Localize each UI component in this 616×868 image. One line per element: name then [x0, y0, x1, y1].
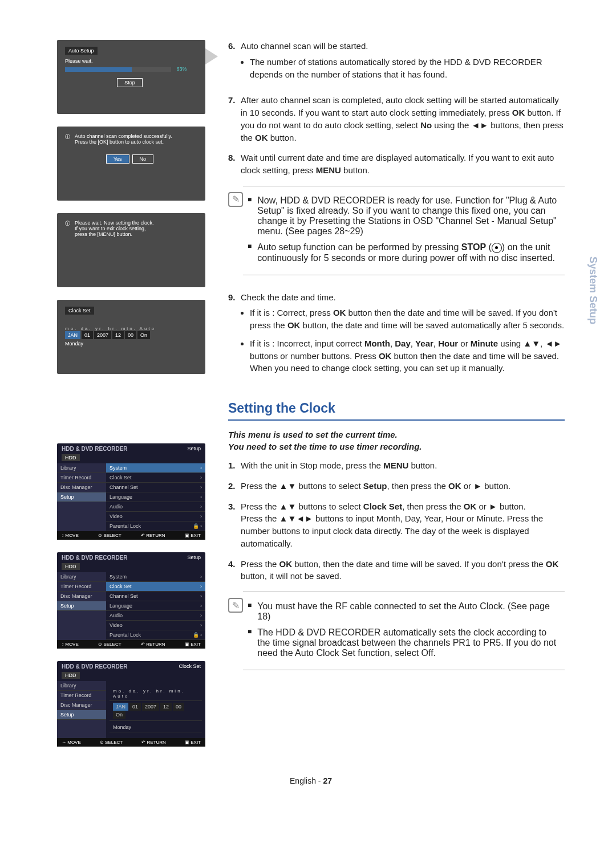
menu-left-disc[interactable]: Disc Manager	[57, 483, 106, 492]
step-num-c3: 3.	[228, 500, 241, 550]
clock-minute[interactable]: 00	[173, 703, 184, 711]
info-icon: ⓘ	[65, 133, 70, 141]
clock-hour[interactable]: 12	[160, 703, 172, 711]
menu-clockset[interactable]: Clock Set›	[106, 473, 205, 483]
step-9-text: Check the date and time.	[241, 292, 336, 302]
step-num-c2: 2.	[228, 480, 241, 492]
menu-system[interactable]: System›	[106, 463, 205, 473]
step-num-7: 7.	[228, 94, 241, 144]
menu-screen-2: HDD & DVD RECORDERSetup HDD Library Time…	[57, 552, 205, 649]
menu-right-panel: System› Clock Set› Channel Set› Language…	[106, 463, 205, 531]
screen-clock-set: Clock Set mo. da. yr. hr. min. Auto JAN0…	[57, 300, 205, 374]
menu-header: HDD & DVD RECORDER	[62, 663, 128, 670]
menu-left-library[interactable]: Library	[57, 463, 106, 473]
foot-select: ⊙ SELECT	[100, 740, 123, 745]
menu-breadcrumb: Setup	[187, 446, 201, 452]
clock-hour[interactable]: 12	[112, 331, 124, 339]
step-num-c1: 1.	[228, 459, 241, 472]
callout-2-item-1: You must have the RF cable connected to …	[257, 601, 560, 622]
note-icon: ✎	[228, 598, 243, 613]
clock-auto[interactable]: On	[113, 711, 125, 719]
menu-left-panel: Library Timer Record Disc Manager Setup	[57, 463, 106, 531]
clock-step-3: Press the ▲▼ buttons to select Clock Set…	[241, 500, 565, 550]
clock-auto[interactable]: On	[137, 331, 150, 339]
foot-return: ↶ RETURN	[141, 740, 166, 745]
menu-channelset[interactable]: Channel Set›	[106, 483, 205, 492]
clock-month[interactable]: JAN	[113, 703, 128, 711]
menu-left-panel: Library Timer Record Disc Manager Setup	[57, 572, 106, 640]
menu-right-panel: System› Clock Set› Channel Set› Language…	[106, 572, 205, 640]
screen-message: Please wait.	[65, 58, 197, 64]
menu-audio[interactable]: Audio›	[106, 502, 205, 512]
menu-parental[interactable]: Parental Lock🔒 ›	[106, 630, 205, 640]
setting-clock-line1: Please wait. Now setting the clock.	[75, 220, 154, 226]
stop-button[interactable]: Stop	[117, 78, 143, 87]
left-screenshots-column: Auto Setup Please wait. 63% Stop ⓘAuto c…	[57, 40, 205, 759]
foot-return: ↶ RETURN	[141, 642, 165, 647]
yes-button[interactable]: Yes	[106, 154, 129, 164]
stop-icon	[492, 243, 502, 253]
clock-day[interactable]: 01	[82, 331, 93, 339]
callout-1-item-2: Auto setup function can be performed by …	[257, 242, 560, 263]
foot-exit: ▣ EXIT	[185, 533, 201, 538]
callout-2-item-2: The HDD & DVD RECORDER automatically set…	[257, 627, 560, 658]
screen-title: Auto Setup	[65, 47, 98, 55]
clock-labels: mo. da. yr. hr. min. Auto	[65, 326, 197, 331]
callout-2: ✎ You must have the RF cable connected t…	[243, 592, 565, 670]
foot-select: ⊙ SELECT	[98, 642, 121, 647]
menu-parental[interactable]: Parental Lock🔒 ›	[106, 521, 205, 531]
clock-weekday: Monday	[110, 723, 202, 732]
menu-left-panel: Library Timer Record Disc Manager Setup	[57, 681, 106, 738]
progress-percent: 63%	[177, 66, 187, 72]
page-footer: English - 27	[57, 776, 565, 785]
menu-clockset[interactable]: Clock Set›	[106, 582, 205, 592]
menu-screen-3: HDD & DVD RECORDERClock Set HDD Library …	[57, 661, 205, 747]
clock-minute[interactable]: 00	[125, 331, 136, 339]
clock-month[interactable]: JAN	[65, 331, 80, 339]
menu-left-setup[interactable]: Setup	[57, 492, 106, 502]
menu-channelset[interactable]: Channel Set›	[106, 592, 205, 601]
clock-year[interactable]: 2007	[142, 703, 159, 711]
menu-left-library[interactable]: Library	[57, 681, 106, 691]
menu-breadcrumb: Setup	[187, 555, 201, 561]
menu-left-library[interactable]: Library	[57, 572, 106, 582]
menu-system[interactable]: System›	[106, 572, 205, 582]
step-num-9: 9.	[228, 291, 241, 381]
screen-scan-complete: ⓘAuto channel scan completed successfull…	[57, 127, 205, 201]
menu-left-setup[interactable]: Setup	[57, 710, 106, 720]
callout-1-item-1: Now, HDD & DVD RECORDER is ready for use…	[257, 195, 560, 237]
clock-step-4: Press the OK button, then the date and t…	[241, 558, 565, 583]
menu-language[interactable]: Language›	[106, 601, 205, 611]
menu-audio[interactable]: Audio›	[106, 611, 205, 621]
clock-year[interactable]: 2007	[94, 331, 111, 339]
clock-day[interactable]: 01	[129, 703, 141, 711]
foot-exit: ▣ EXIT	[185, 740, 201, 745]
menu-video[interactable]: Video›	[106, 512, 205, 521]
step-8-text: Wait until current date and time are dis…	[241, 152, 565, 177]
step-num-6: 6.	[228, 40, 241, 86]
arrow-right-icon	[205, 48, 218, 64]
menu-language[interactable]: Language›	[106, 492, 205, 502]
clock-labels: mo. da. yr. hr. min. Auto	[110, 687, 202, 701]
step-num-c4: 4.	[228, 558, 241, 583]
heading-setting-clock: Setting the Clock	[228, 401, 565, 421]
menu-header: HDD & DVD RECORDER	[62, 446, 128, 452]
clock-step-1: With the unit in Stop mode, press the ME…	[241, 459, 565, 472]
menu-left-timer[interactable]: Timer Record	[57, 582, 106, 592]
no-button[interactable]: No	[132, 154, 154, 164]
menu-left-timer[interactable]: Timer Record	[57, 691, 106, 700]
screen-setting-clock: ⓘPlease wait. Now setting the clock.If y…	[57, 213, 205, 287]
right-text-column: 6.Auto channel scan will be started. The…	[228, 40, 565, 759]
screen-auto-setup: Auto Setup Please wait. 63% Stop	[57, 40, 205, 114]
step-9-bullet-1: If it is : Correct, press OK button then…	[250, 307, 565, 332]
menu-left-disc[interactable]: Disc Manager	[57, 592, 106, 601]
note-icon: ✎	[228, 192, 243, 207]
menu-left-disc[interactable]: Disc Manager	[57, 700, 106, 710]
menu-video[interactable]: Video›	[106, 621, 205, 630]
menu-left-timer[interactable]: Timer Record	[57, 473, 106, 483]
foot-return: ↶ RETURN	[141, 533, 165, 538]
scan-complete-line1: Auto channel scan completed successfully…	[75, 133, 172, 139]
foot-move: ↕ MOVE	[62, 533, 79, 538]
clock-intro: This menu is used to set the current tim…	[228, 429, 565, 453]
menu-left-setup[interactable]: Setup	[57, 601, 106, 611]
